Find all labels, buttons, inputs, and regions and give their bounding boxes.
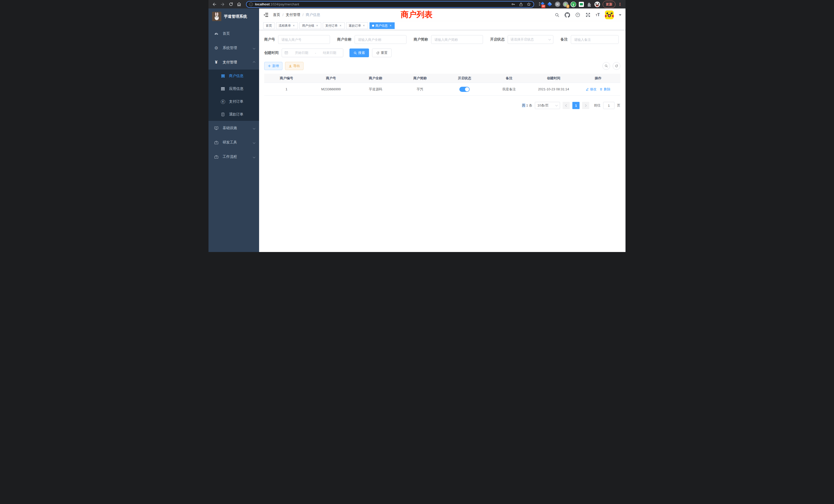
date-range-picker[interactable]: 开始日期 - 结束日期 (282, 48, 343, 57)
sidebar-item-app-info[interactable]: 应用信息 (208, 83, 259, 95)
sidebar-item-label: 应用信息 (229, 87, 243, 91)
sidebar-item-label: 退款订单 (229, 112, 243, 117)
briefcase-icon (214, 155, 219, 159)
monitor-icon (214, 126, 219, 130)
star-icon[interactable] (527, 2, 531, 6)
full-name-input[interactable] (355, 35, 407, 44)
filter-label: 商户全称 (337, 37, 352, 42)
prev-page-button[interactable] (563, 102, 570, 109)
close-icon[interactable] (389, 24, 392, 27)
extension-y-icon[interactable]: y (571, 2, 576, 7)
cell-actions: 修改 删除 (576, 87, 620, 92)
search-icon[interactable] (555, 13, 559, 18)
sidebar-item-label: 首页 (223, 31, 230, 36)
refresh-button[interactable] (613, 62, 620, 70)
sidebar-item-infrastructure[interactable]: 基础设施 (208, 121, 259, 135)
sidebar-item-label: 支付管理 (223, 60, 237, 65)
cell-short-name: 芋艿 (398, 87, 442, 92)
reload-icon[interactable] (227, 1, 234, 8)
export-button[interactable]: 导出 (285, 62, 304, 70)
font-size-icon[interactable]: TT (596, 13, 600, 17)
command-icon[interactable] (555, 2, 560, 7)
github-icon[interactable] (565, 12, 570, 18)
sidebar-item-refund-order[interactable]: 退款订单 (208, 108, 259, 121)
breadcrumb: 首页 / 支付管理 / 商户信息 (273, 13, 320, 17)
hamburger-icon[interactable] (263, 12, 269, 18)
caret-down-icon[interactable] (619, 14, 621, 17)
pagination: 共 1 条 10条/页 1 前往 页 (264, 102, 620, 109)
share-icon[interactable] (519, 2, 523, 6)
tab-merchant-info-active[interactable]: 商户信息 (370, 22, 395, 29)
home-icon[interactable] (236, 1, 242, 8)
tab-pay-order[interactable]: 支付订单 (323, 22, 345, 29)
content-area: 商户列表 首页 / 支付管理 / 商户信息 (259, 8, 626, 252)
info-icon[interactable] (249, 2, 253, 6)
reset-button[interactable]: 重置 (372, 48, 392, 57)
column-header: 商户全称 (353, 76, 398, 81)
browser-menu-icon[interactable] (617, 2, 623, 7)
column-header: 商户编号 (264, 76, 309, 81)
sidebar-item-label: 基础设施 (223, 126, 237, 130)
user-avatar[interactable] (605, 10, 614, 19)
edit-link[interactable]: 修改 (586, 87, 596, 92)
tab-home[interactable]: 首页 (263, 22, 275, 29)
sidebar-item-merchant-info[interactable]: 商户信息 (208, 70, 259, 83)
tab-process-form[interactable]: 流程表单 (276, 22, 298, 29)
tab-user-group[interactable]: 用户分组 (300, 22, 321, 29)
add-button[interactable]: 新增 (264, 62, 282, 70)
filter-label: 开启状态 (490, 37, 505, 42)
extension-camera-icon[interactable]: 1 (563, 2, 568, 7)
sidebar-logo[interactable]: 芋道管理系统 (208, 8, 259, 24)
short-name-input[interactable] (431, 35, 483, 44)
close-icon[interactable] (292, 24, 295, 27)
next-page-button[interactable] (582, 102, 589, 109)
sidebar-item-system[interactable]: ⚙ 系统管理 (208, 41, 259, 55)
pagination-total: 共 1 条 (522, 103, 532, 108)
sidebar-item-workflow[interactable]: 工作流程 (208, 150, 259, 164)
sidebar-item-payment[interactable]: ¥ 支付管理 (208, 55, 259, 70)
date-start-placeholder: 开始日期 (291, 50, 312, 55)
tab-refund-order[interactable]: 退款订单 (346, 22, 368, 29)
help-icon[interactable]: ? (575, 12, 580, 18)
status-select[interactable]: 请选择开启状态 (508, 35, 553, 44)
breadcrumb-separator: / (303, 13, 304, 17)
close-icon[interactable] (339, 24, 342, 27)
toolbox-icon (214, 140, 219, 145)
column-header: 操作 (576, 76, 620, 81)
goto-page-input[interactable] (603, 102, 614, 109)
status-toggle-on[interactable] (459, 87, 470, 92)
url-host: localhost (255, 2, 270, 6)
breadcrumb-home[interactable]: 首页 (273, 13, 280, 17)
select-placeholder: 请选择开启状态 (510, 37, 534, 42)
page-size-select[interactable]: 10条/页 (535, 102, 560, 109)
current-page-button[interactable]: 1 (572, 102, 579, 109)
sidebar-menu: 首页 ⚙ 系统管理 ¥ 支付管理 商户信 (208, 24, 259, 164)
puzzle-icon[interactable] (587, 2, 592, 7)
header-tools: ? TT (555, 10, 621, 19)
tabs-bar: 首页 流程表单 用户分组 支付订单 退款订单 商户信息 (259, 21, 626, 30)
extension-chat-icon[interactable] (578, 2, 584, 7)
content-header: 首页 / 支付管理 / 商户信息 ? (259, 8, 626, 21)
close-icon[interactable] (315, 24, 319, 27)
cell-remark: 我是备注 (487, 87, 531, 92)
browser-profile-avatar[interactable] (594, 2, 600, 7)
sidebar-item-pay-order[interactable]: ¥ 支付订单 (208, 95, 259, 108)
key-icon[interactable] (511, 2, 515, 6)
extension-kite-icon[interactable] (547, 2, 552, 7)
remark-input[interactable] (571, 35, 619, 44)
close-icon[interactable] (362, 24, 366, 27)
back-icon[interactable] (211, 1, 218, 8)
merchant-no-input[interactable] (278, 35, 330, 44)
forward-icon[interactable] (219, 1, 226, 8)
search-button[interactable]: 搜索 (349, 48, 369, 57)
sidebar-item-home[interactable]: 首页 (208, 26, 259, 41)
delete-link[interactable]: 删除 (599, 87, 610, 92)
breadcrumb-section[interactable]: 支付管理 (286, 13, 300, 17)
sidebar-item-dev-tools[interactable]: 研发工具 (208, 135, 259, 150)
browser-update-button[interactable]: 更新 (602, 1, 615, 8)
extension-badge: 10 (541, 5, 545, 8)
url-bar[interactable]: localhost:1024/pay/merchant (246, 1, 534, 8)
show-search-button[interactable] (602, 62, 610, 70)
fullscreen-icon[interactable] (586, 12, 591, 18)
extension-diamond-icon[interactable]: 10 (539, 2, 544, 7)
